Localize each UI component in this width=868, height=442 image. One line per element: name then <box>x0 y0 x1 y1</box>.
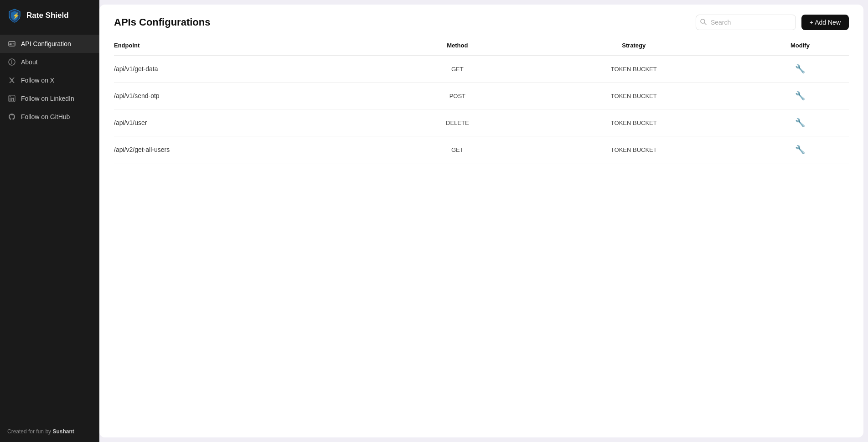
linkedin-icon <box>7 94 16 103</box>
cell-modify[interactable]: 🔧 <box>751 56 849 83</box>
cell-endpoint: /api/v1/send-otp <box>114 83 398 109</box>
svg-text:API: API <box>9 42 15 46</box>
modify-icon[interactable]: 🔧 <box>795 91 805 100</box>
svg-line-9 <box>704 23 706 25</box>
cell-modify[interactable]: 🔧 <box>751 136 849 163</box>
sidebar-item-label: Follow on LinkedIn <box>21 95 74 102</box>
table-row: /api/v1/get-dataGETTOKEN BUCKET🔧 <box>114 56 849 83</box>
modify-icon[interactable]: 🔧 <box>795 64 805 73</box>
cell-method: GET <box>398 136 516 163</box>
sidebar-item-follow-linkedin[interactable]: Follow on LinkedIn <box>0 89 99 108</box>
api-icon: API <box>7 39 16 48</box>
sidebar: ⚡ Rate Shield API API Configuration i Ab… <box>0 0 99 442</box>
cell-strategy: TOKEN BUCKET <box>517 56 751 83</box>
twitter-icon <box>7 76 16 85</box>
cell-endpoint: /api/v1/user <box>114 109 398 136</box>
sidebar-item-label: Follow on X <box>21 77 54 84</box>
page-title: APIs Configurations <box>114 16 210 28</box>
svg-text:⚡: ⚡ <box>12 12 20 20</box>
logo-icon: ⚡ <box>7 8 22 23</box>
cell-method: GET <box>398 56 516 83</box>
cell-method: POST <box>398 83 516 109</box>
search-icon <box>700 19 707 26</box>
svg-text:i: i <box>11 60 13 65</box>
search-input[interactable] <box>696 15 796 30</box>
sidebar-item-label: Follow on GitHub <box>21 113 70 120</box>
svg-point-7 <box>10 96 10 97</box>
modify-icon[interactable]: 🔧 <box>795 145 805 154</box>
cell-strategy: TOKEN BUCKET <box>517 109 751 136</box>
col-header-method: Method <box>398 37 516 56</box>
col-header-modify: Modify <box>751 37 849 56</box>
cell-strategy: TOKEN BUCKET <box>517 83 751 109</box>
cell-modify[interactable]: 🔧 <box>751 109 849 136</box>
main-content: APIs Configurations + Add New Endpoint M… <box>99 5 863 437</box>
table-row: /api/v1/userDELETETOKEN BUCKET🔧 <box>114 109 849 136</box>
table-row: /api/v1/send-otpPOSTTOKEN BUCKET🔧 <box>114 83 849 109</box>
footer-author: Sushant <box>52 428 74 435</box>
sidebar-item-label: API Configuration <box>21 40 71 47</box>
main-header: APIs Configurations + Add New <box>99 5 863 37</box>
sidebar-header: ⚡ Rate Shield <box>0 0 99 31</box>
header-actions: + Add New <box>696 15 849 30</box>
cell-method: DELETE <box>398 109 516 136</box>
cell-endpoint: /api/v1/get-data <box>114 56 398 83</box>
search-container <box>696 15 796 30</box>
sidebar-item-about[interactable]: i About <box>0 53 99 71</box>
sidebar-footer: Created for fun by Sushant <box>0 421 99 442</box>
cell-modify[interactable]: 🔧 <box>751 83 849 109</box>
api-table: Endpoint Method Strategy Modify /api/v1/… <box>114 37 849 163</box>
col-header-strategy: Strategy <box>517 37 751 56</box>
cell-strategy: TOKEN BUCKET <box>517 136 751 163</box>
sidebar-item-label: About <box>21 58 38 66</box>
sidebar-nav: API API Configuration i About Follow on … <box>0 31 99 421</box>
cell-endpoint: /api/v2/get-all-users <box>114 136 398 163</box>
info-icon: i <box>7 57 16 67</box>
sidebar-item-api-config[interactable]: API API Configuration <box>0 35 99 53</box>
table-container: Endpoint Method Strategy Modify /api/v1/… <box>99 37 863 437</box>
table-row: /api/v2/get-all-usersGETTOKEN BUCKET🔧 <box>114 136 849 163</box>
add-new-button[interactable]: + Add New <box>801 15 849 30</box>
col-header-endpoint: Endpoint <box>114 37 398 56</box>
github-icon <box>7 112 16 121</box>
svg-rect-6 <box>10 98 10 101</box>
sidebar-title: Rate Shield <box>26 11 69 20</box>
modify-icon[interactable]: 🔧 <box>795 118 805 127</box>
table-body: /api/v1/get-dataGETTOKEN BUCKET🔧/api/v1/… <box>114 56 849 163</box>
sidebar-item-follow-github[interactable]: Follow on GitHub <box>0 108 99 126</box>
sidebar-item-follow-x[interactable]: Follow on X <box>0 71 99 89</box>
